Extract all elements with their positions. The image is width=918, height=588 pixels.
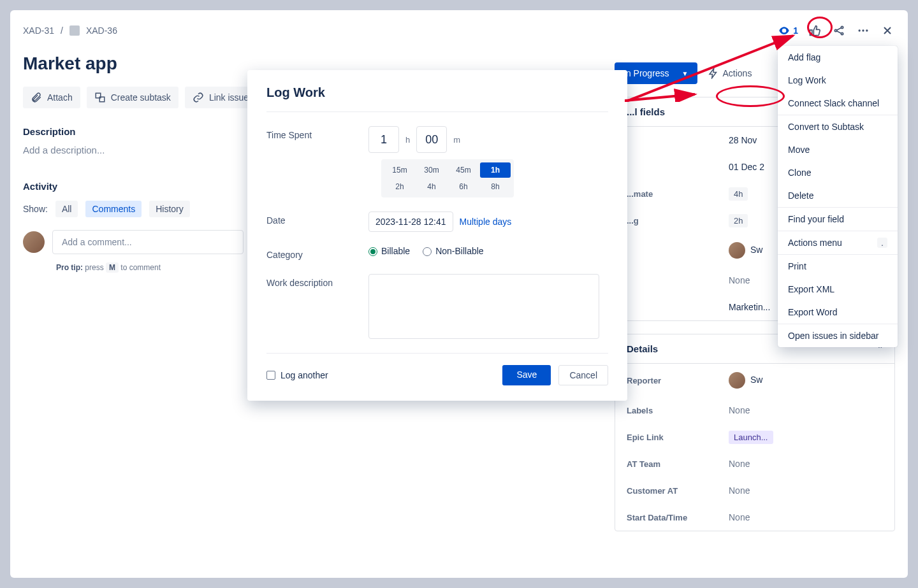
menu-actions-menu[interactable]: Actions menu . [778,231,898,254]
multiple-days-link[interactable]: Multiple days [460,217,512,227]
like-button[interactable] [807,23,822,38]
epic-badge[interactable]: Launch... [729,431,773,444]
breadcrumb-current[interactable]: XAD-36 [86,25,117,36]
modal-title: Log Work [266,85,608,100]
menu-open-sidebar[interactable]: Open issues in sidebar [778,324,898,347]
tab-history[interactable]: History [149,201,190,217]
assignee-val[interactable]: Sw [729,242,762,259]
time-spent-label: Time Spent [266,126,368,140]
svg-point-1 [834,29,836,31]
epic-label: Epic Link [627,433,729,442]
tab-comments[interactable]: Comments [85,201,142,217]
nonbillable-radio[interactable]: Non-Billable [423,246,483,256]
time-presets: 15m30m45m1h2h4h6h8h [381,159,514,197]
svg-point-4 [859,29,861,31]
hours-input[interactable]: 1 [368,126,399,153]
log-another-checkbox[interactable]: Log another [266,370,328,380]
topbar: XAD-31 / XAD-36 1 [23,23,895,38]
more-actions-button[interactable] [856,23,871,38]
link-label: Link issue [209,92,249,103]
preset-30m[interactable]: 30m [416,162,447,178]
menu-export-word[interactable]: Export Word [778,301,898,324]
labels-val[interactable]: None [729,405,750,415]
paperclip-icon [31,92,42,103]
dots-icon [857,24,870,37]
menu-log-work[interactable]: Log Work [778,69,898,92]
save-button[interactable]: Save [502,365,551,385]
menu-add-flag[interactable]: Add flag [778,46,898,69]
log-work-modal: Log Work Time Spent 1 h 00 m 15m30m45m1h… [247,70,627,401]
work-description-input[interactable] [368,274,599,339]
protip-strong: Pro tip: [56,263,83,272]
show-label: Show: [23,204,48,214]
start-label: Start Data/Time [627,513,729,522]
radio-icon [423,247,432,256]
minutes-unit: m [453,135,460,145]
preset-8h[interactable]: 8h [480,179,511,194]
preset-2h[interactable]: 2h [384,179,415,194]
breadcrumb-sep: / [61,25,63,36]
minutes-input[interactable]: 00 [416,126,447,153]
breadcrumb-parent[interactable]: XAD-31 [23,25,54,36]
breadcrumb: XAD-31 / XAD-36 [23,25,117,36]
field-val: 28 Nov [729,135,757,145]
comment-input[interactable]: Add a comment... [52,230,244,254]
menu-delete[interactable]: Delete [778,184,898,207]
protip-rest: to comment [119,263,161,272]
cust-val[interactable]: None [729,485,750,496]
details-card: Details ⌃ ReporterSw LabelsNone Epic Lin… [615,334,895,531]
preset-4h[interactable]: 4h [416,179,447,194]
attach-button[interactable]: Attach [23,87,80,108]
tab-all[interactable]: All [55,201,78,217]
preset-6h[interactable]: 6h [448,179,479,194]
reporter-val[interactable]: Sw [729,372,762,389]
category-label: Category [266,246,368,260]
subtask-icon [94,92,106,103]
team-val[interactable]: None [729,459,750,469]
preset-1h[interactable]: 1h [480,162,511,178]
lightning-icon [708,68,719,79]
cust-label: Customer AT [627,486,729,496]
eye-icon [778,24,790,37]
share-button[interactable] [831,23,847,38]
date-input[interactable]: 2023-11-28 12:41 [368,212,453,232]
link-issue-button[interactable]: Link issue [185,87,256,108]
link-icon [193,92,204,103]
user-avatar [23,231,45,253]
menu-move[interactable]: Move [778,138,898,161]
close-icon [881,24,894,37]
close-button[interactable] [880,23,895,38]
menu-connect-slack[interactable]: Connect Slack channel [778,92,898,115]
menu-export-xml[interactable]: Export XML [778,278,898,301]
avatar-icon [729,372,745,389]
preset-45m[interactable]: 45m [448,162,479,178]
create-subtask-button[interactable]: Create subtask [87,87,178,108]
watch-button[interactable]: 1 [778,24,798,37]
issue-type-icon [69,25,80,36]
field-val: 01 Dec 2 [729,162,764,172]
subtask-label: Create subtask [111,92,171,103]
topbar-actions: 1 [778,23,895,38]
billable-radio[interactable]: Billable [368,246,410,256]
actions-dropdown[interactable]: Actions [708,68,752,79]
menu-find-field[interactable]: Find your field [778,208,898,231]
team-label: AT Team [627,459,729,469]
protip-key: M [106,262,119,273]
field-label: ...mate [627,189,729,199]
checkbox-icon [266,371,275,380]
more-actions-menu: Add flag Log Work Connect Slack channel … [778,46,898,347]
menu-print[interactable]: Print [778,255,898,278]
start-val[interactable]: None [729,512,750,522]
watch-count: 1 [793,25,798,36]
field-val: Marketin... [729,302,770,312]
svg-point-2 [841,26,843,28]
preset-15m[interactable]: 15m [384,162,415,178]
menu-convert-subtask[interactable]: Convert to Subtask [778,115,898,138]
svg-point-6 [866,29,868,31]
protip-press: press [83,263,106,272]
cancel-button[interactable]: Cancel [558,365,608,385]
reporter-label: Reporter [627,376,729,385]
attach-label: Attach [47,92,73,103]
menu-clone[interactable]: Clone [778,161,898,184]
details-header-text: Details [627,343,658,354]
